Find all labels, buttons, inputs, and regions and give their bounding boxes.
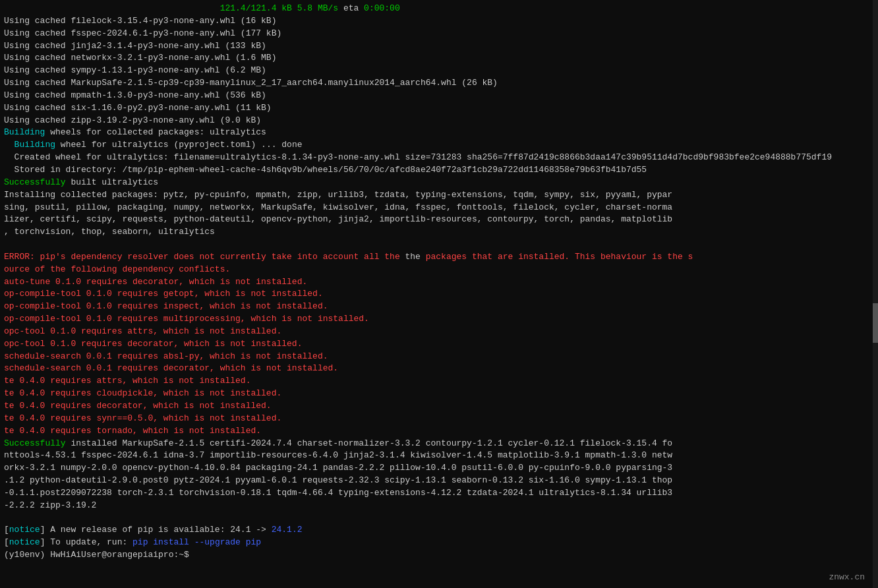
notice-upgrade-line: [notice] To update, run: pip install --u… [4,537,874,549]
error-item-line: op-compile-tool 0.1.0 requires multiproc… [4,313,874,326]
terminal-line: Using cached jinja2-3.1.4-py3-none-any.w… [4,40,874,53]
error-item-line: opc-tool 0.1.0 requires decorator, which… [4,338,874,351]
error-item-line: op-compile-tool 0.1.0 requires getopt, w… [4,288,874,301]
success-built-line: Successfully built ultralytics [4,177,874,189]
terminal-line: Using cached MarkupSafe-2.1.5-cp39-cp39-… [4,77,874,90]
terminal-line: Using cached six-1.16.0-py2.py3-none-any… [4,102,874,115]
error-item-line: schedule-search 0.0.1 requires decorator… [4,363,874,375]
building-header-line: Building wheels for collected packages: … [4,127,874,139]
error-item-line: te 0.4.0 requires synr==0.5.0, which is … [4,413,874,425]
success-installed-line: Successfully installed MarkupSafe-2.1.5 … [4,438,874,450]
terminal-line: Using cached zipp-3.19.2-py3-none-any.wh… [4,115,874,127]
success-installed-line: -2.2.2 zipp-3.19.2 [4,500,874,512]
error-item-line: te 0.4.0 requires decorator, which is no… [4,400,874,413]
terminal: 121.4/121.4 kB 5.8 MB/s eta 0:00:00 Usin… [0,0,878,588]
terminal-line: Using cached fsspec-2024.6.1-py3-none-an… [4,28,874,40]
building-item-line: Building wheel for ultralytics (pyprojec… [4,139,874,152]
terminal-line: Using cached sympy-1.13.1-py3-none-any.w… [4,65,874,77]
success-installed-line: .1.2 python-dateutil-2.9.0.post0 pytz-20… [4,475,874,487]
progress-line: 121.4/121.4 kB 5.8 MB/s eta 0:00:00 [4,3,874,15]
terminal-line: Using cached networkx-3.2.1-py3-none-any… [4,52,874,65]
installing-line: lizer, certifi, scipy, requests, python-… [4,214,874,226]
success-installed-line: orkx-3.2.1 numpy-2.0.0 opencv-python-4.1… [4,462,874,475]
watermark: znwx.cn [829,572,865,584]
error-item-line: opc-tool 0.1.0 requires attrs, which is … [4,326,874,338]
installing-line: Installing collected packages: pytz, py-… [4,189,874,202]
notice-release-line: [notice] A new release of pip is availab… [4,524,874,537]
success-installed-line: -0.1.1.post2209072238 torch-2.3.1 torchv… [4,487,874,500]
error-item-line: te 0.4.0 requires tornado, which is not … [4,425,874,438]
terminal-line: Using cached filelock-3.15.4-py3-none-an… [4,15,874,28]
error-item-line: schedule-search 0.0.1 requires absl-py, … [4,351,874,363]
error-header-line: ERROR: pip's dependency resolver does no… [4,251,874,264]
success-installed-line: nttools-4.53.1 fsspec-2024.6.1 idna-3.7 … [4,450,874,462]
error-item-line: te 0.4.0 requires cloudpickle, which is … [4,388,874,400]
error-item-line: auto-tune 0.1.0 requires decorator, whic… [4,276,874,289]
building-item-line: Created wheel for ultralytics: filename=… [4,152,874,164]
installing-line: sing, psutil, pillow, packaging, numpy, … [4,202,874,214]
error-item-line: te 0.4.0 requires attrs, which is not in… [4,375,874,388]
prompt-line[interactable]: (y10env) HwHiAiUser@orangepiaipro:~$ [4,549,874,562]
scrollbar-thumb[interactable] [873,303,878,343]
scrollbar[interactable] [873,0,878,588]
installing-line: , torchvision, thop, seaborn, ultralytic… [4,226,874,239]
error-header-line: ource of the following dependency confli… [4,264,874,276]
building-item-line: Stored in directory: /tmp/pip-ephem-whee… [4,164,874,177]
blank-line [4,512,874,525]
blank-line [4,239,874,251]
error-item-line: op-compile-tool 0.1.0 requires inspect, … [4,301,874,313]
terminal-line: Using cached mpmath-1.3.0-py3-none-any.w… [4,90,874,102]
